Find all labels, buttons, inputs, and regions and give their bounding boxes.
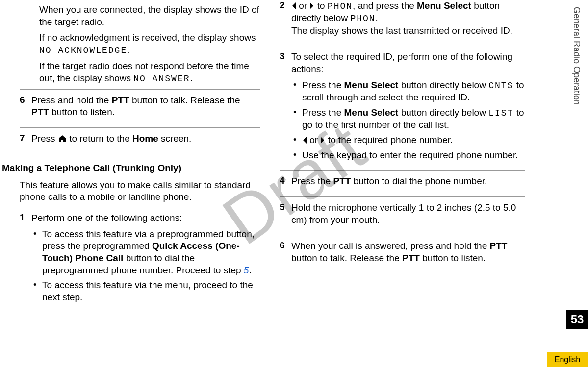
step-3-bullet-3: or to the required phone number. xyxy=(302,134,525,147)
step-3: 3 To select the required ID, perform one… xyxy=(280,46,525,170)
step-7-text: Press to return to the Home screen. xyxy=(31,133,260,145)
step-6: 6 Press and hold the PTT button to talk.… xyxy=(20,89,260,127)
bullet-dot: • xyxy=(293,134,302,147)
list-item: • Use the keypad to enter the required p… xyxy=(293,149,525,162)
step-1-bullet-1: To access this feature via a preprogramm… xyxy=(42,228,260,277)
step-1-number: 1 xyxy=(20,212,31,223)
page-number-badge: 53 xyxy=(566,310,588,329)
step-7-number: 7 xyxy=(20,133,31,144)
connected-text: When you are connected, the display show… xyxy=(39,4,260,28)
step-6-body: Press and hold the PTT button to talk. R… xyxy=(31,95,260,122)
step-3-bullet-1: Press the Menu Select button directly be… xyxy=(302,79,525,104)
step-3-number: 3 xyxy=(280,51,291,62)
bullet-dot: • xyxy=(33,279,42,303)
bullet-dot: • xyxy=(293,149,302,162)
step-7: 7 Press to return to the Home screen. xyxy=(20,127,260,154)
list-item: • To access this feature via the menu, p… xyxy=(33,279,260,303)
column-right: 2 or to PHON, and press the Menu Select … xyxy=(265,0,530,367)
no-answer-text: If the target radio does not respond bef… xyxy=(39,60,260,85)
step-6b: 6 When your call is answered, press and … xyxy=(280,235,525,273)
step-4: 4 Press the PTT button to dial the phone… xyxy=(280,170,525,196)
step-2: 2 or to PHON, and press the Menu Select … xyxy=(280,0,525,46)
step-2-text: or to PHON, and press the Menu Select bu… xyxy=(291,0,525,37)
step-3-body: To select the required ID, perform one o… xyxy=(291,51,525,165)
step-1-bullet-2: To access this feature via the menu, pro… xyxy=(42,279,260,303)
list-item: • Press the Menu Select button directly … xyxy=(293,107,525,131)
bullet-dot: • xyxy=(293,107,302,131)
step-5-number: 5 xyxy=(280,202,291,213)
step-2-number: 2 xyxy=(280,0,291,11)
step-1-lead: Perform one of the following actions: xyxy=(31,212,260,224)
step-6b-body: When your call is answered, press and ho… xyxy=(291,240,525,268)
step-3-bullet-2: Press the Menu Select button directly be… xyxy=(302,107,525,131)
no-ack-post: . xyxy=(127,45,129,55)
no-ack-code: NO ACKNOWLEDGE xyxy=(39,46,127,55)
no-answer-code: NO ANSWER xyxy=(133,74,190,84)
list-item: • To access this feature via a preprogra… xyxy=(33,228,260,277)
step-7-body: Press to return to the Home screen. xyxy=(31,133,260,149)
link-step-5[interactable]: 5 xyxy=(244,265,249,275)
step-1-bullets: • To access this feature via a preprogra… xyxy=(31,228,260,304)
step-3-bullets: • Press the Menu Select button directly … xyxy=(291,79,525,162)
language-badge: English xyxy=(547,352,588,367)
step-3-bullet-4: Use the keypad to enter the required pho… xyxy=(302,149,525,162)
step-6b-number: 6 xyxy=(280,240,291,251)
step-5-text: Hold the microphone vertically 1 to 2 in… xyxy=(291,202,525,226)
section-desc: This feature allows you to make calls si… xyxy=(20,179,260,203)
step-4-text: Press the PTT button to dial the phone n… xyxy=(291,175,525,188)
step-5-body: Hold the microphone vertically 1 to 2 in… xyxy=(291,202,525,230)
step-6b-text: When your call is answered, press and ho… xyxy=(291,240,525,264)
right-arrow-icon xyxy=(309,2,314,10)
step-2-body: or to PHON, and press the Menu Select bu… xyxy=(291,0,525,41)
step-6-text: Press and hold the PTT button to talk. R… xyxy=(31,95,260,119)
no-ack-pre: If no acknowledgment is received, the di… xyxy=(39,32,256,43)
right-arrow-icon xyxy=(320,136,325,144)
left-arrow-icon xyxy=(291,2,296,10)
list-item: • or to the required phone number. xyxy=(293,134,525,147)
prev-step-continuation: When you are connected, the display show… xyxy=(39,4,260,85)
step-1: 1 Perform one of the following actions: … xyxy=(20,207,260,313)
step-3-lead: To select the required ID, perform one o… xyxy=(291,51,525,75)
step-6-number: 6 xyxy=(20,95,31,105)
left-arrow-icon xyxy=(302,136,307,144)
bullet-dot: • xyxy=(293,79,302,104)
step-4-body: Press the PTT button to dial the phone n… xyxy=(291,175,525,192)
step-5: 5 Hold the microphone vertically 1 to 2 … xyxy=(280,196,525,235)
column-left: When you are connected, the display show… xyxy=(0,0,265,367)
list-item: • Press the Menu Select button directly … xyxy=(293,79,525,104)
no-answer-post: . xyxy=(190,73,192,83)
home-icon xyxy=(58,135,67,143)
bullet-dot: • xyxy=(33,228,42,277)
side-chapter-title: General Radio Operation xyxy=(571,0,582,132)
section-heading: Making a Telephone Call (Trunking Only) xyxy=(2,163,260,173)
step-4-number: 4 xyxy=(280,175,291,186)
page-content: When you are connected, the display show… xyxy=(0,0,588,367)
no-ack-text: If no acknowledgment is received, the di… xyxy=(39,32,260,56)
step-1-body: Perform one of the following actions: • … xyxy=(31,212,260,308)
